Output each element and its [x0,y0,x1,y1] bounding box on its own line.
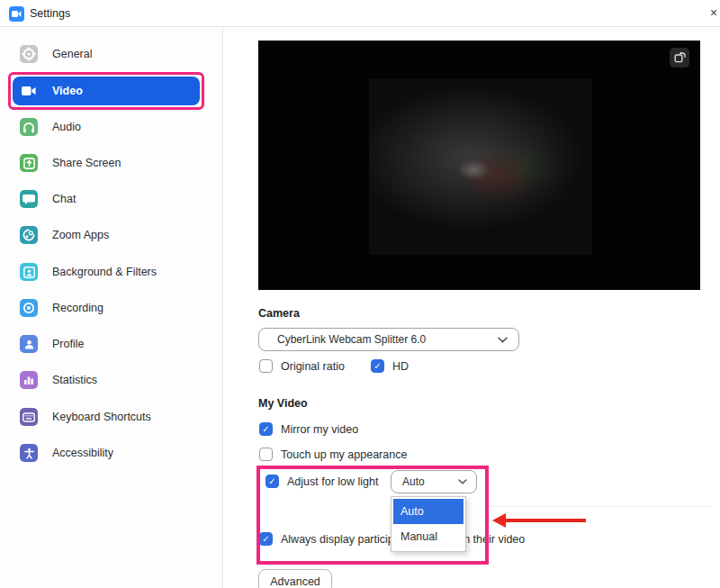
sidebar-item-label: Background & Filters [52,266,157,278]
headphones-icon [20,118,38,136]
sidebar-item-profile[interactable]: Profile [13,330,200,358]
hd-checkbox[interactable]: ✓ [371,359,384,373]
share-screen-icon [20,154,38,172]
zoom-apps-icon [20,226,38,244]
sidebar-item-audio[interactable]: Audio [13,113,200,141]
sidebar-item-label: Statistics [52,374,97,386]
red-arrow-annotation [492,513,591,528]
gear-icon [20,45,38,63]
hd-checkbox-row[interactable]: ✓ HD [371,359,409,373]
sidebar-item-keyboard-shortcuts[interactable]: Keyboard Shortcuts [13,403,200,431]
close-icon[interactable]: × [710,5,717,20]
camera-section-label: Camera [258,307,300,320]
low-light-label: Adjust for low light [287,475,378,488]
rotate-icon[interactable] [670,48,689,68]
background-person-icon [20,263,38,281]
sidebar-item-label: Audio [52,121,81,133]
sidebar-item-recording[interactable]: Recording [13,294,200,322]
sidebar-item-zoom-apps[interactable]: Zoom Apps [13,221,200,249]
sidebar-item-label: Chat [52,193,76,205]
advanced-button[interactable]: Advanced [258,569,332,588]
touch-up-label: Touch up my appearance [281,448,407,461]
mirror-video-label: Mirror my video [281,423,358,436]
sidebar-item-share-screen[interactable]: Share Screen [13,149,200,177]
hd-label: HD [392,360,409,373]
sidebar-item-label: General [52,48,92,60]
sidebar-item-label: Keyboard Shortcuts [52,411,151,423]
profile-person-icon [20,335,38,353]
original-ratio-checkbox[interactable] [259,359,273,373]
sidebar-item-video[interactable]: Video [13,77,200,105]
low-light-mode-select[interactable]: Auto [391,470,477,493]
mirror-video-checkbox-row[interactable]: ✓ Mirror my video [259,422,358,436]
window-title: Settings [30,7,70,20]
title-bar: Settings × [0,0,720,27]
sidebar-item-accessibility[interactable]: Accessibility [13,439,200,467]
touch-up-checkbox-row[interactable]: Touch up my appearance [259,448,407,461]
sidebar-item-label: Share Screen [52,157,121,169]
keyboard-icon [20,408,38,426]
original-ratio-label: Original ratio [281,360,345,373]
low-light-dropdown-menu: Auto Manual [391,496,466,552]
camera-device-value: CyberLink Webcam Splitter 6.0 [277,333,426,346]
touch-up-checkbox[interactable] [259,448,273,461]
chevron-down-icon [458,479,467,484]
settings-sidebar: General Video Audio Share Screen Ch [0,27,223,588]
chat-bubble-icon [20,190,38,208]
section-divider [490,506,712,507]
sidebar-item-general[interactable]: General [13,40,200,68]
bar-chart-icon [20,371,38,389]
camera-device-select[interactable]: CyberLink Webcam Splitter 6.0 [258,328,519,351]
chevron-down-icon [498,337,508,343]
mirror-video-checkbox[interactable]: ✓ [259,422,273,436]
dropdown-option-manual[interactable]: Manual [393,524,464,549]
dropdown-option-auto[interactable]: Auto [393,499,464,524]
settings-window: Settings × General Video Audio [0,0,720,588]
always-display-names-checkbox[interactable]: ✓ [259,532,273,546]
sidebar-item-label: Video [52,85,83,97]
webcam-feed-image [369,78,592,255]
sidebar-item-statistics[interactable]: Statistics [13,366,200,394]
video-camera-icon [20,82,38,100]
low-light-checkbox[interactable]: ✓ [266,475,279,488]
sidebar-item-label: Zoom Apps [52,229,109,241]
record-icon [20,299,38,317]
zoom-app-icon [9,6,24,22]
accessibility-icon [20,444,38,462]
sidebar-item-background-filters[interactable]: Background & Filters [13,258,200,286]
video-preview [258,41,700,290]
sidebar-item-label: Accessibility [52,447,113,459]
low-light-mode-value: Auto [402,475,425,488]
sidebar-item-chat[interactable]: Chat [13,185,200,213]
original-ratio-checkbox-row[interactable]: Original ratio [259,359,345,373]
sidebar-item-label: Profile [52,338,84,350]
sidebar-item-label: Recording [52,302,104,314]
low-light-checkbox-row[interactable]: ✓ Adjust for low light [266,475,378,488]
my-video-section-label: My Video [258,397,308,410]
